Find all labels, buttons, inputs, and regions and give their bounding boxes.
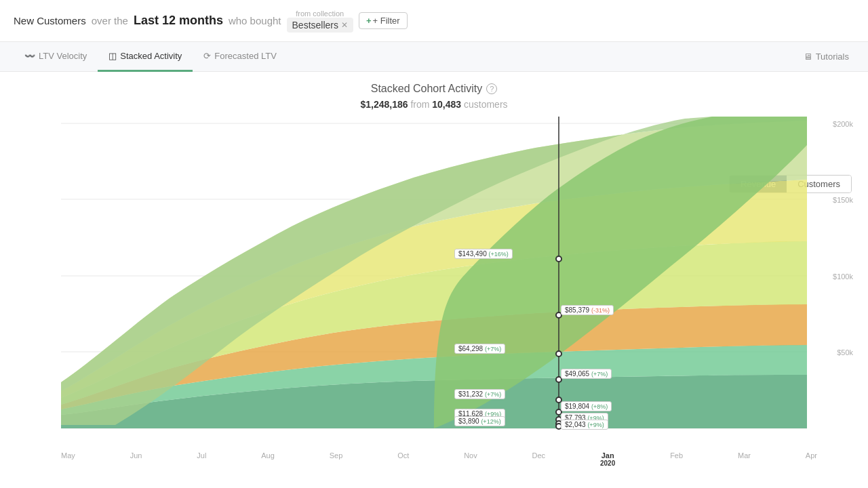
- y-label-100k: $100k: [833, 272, 853, 281]
- collection-chip[interactable]: Bestsellers ✕: [287, 18, 353, 33]
- chart-svg-wrapper: $143,490 (+16%) $85,379 (-31%) $64,298 (…: [61, 117, 814, 449]
- x-label-oct: Oct: [397, 451, 409, 467]
- stacked-activity-icon: ◫: [108, 51, 117, 61]
- tooltip-19804: $19,804 (+8%): [561, 401, 612, 411]
- chart-title: Stacked Cohort Activity: [371, 83, 483, 95]
- over-the-label: over the: [92, 15, 128, 26]
- collection-value: Bestsellers: [292, 20, 338, 30]
- x-sub-year: 2020: [600, 460, 615, 467]
- tab-ltv-velocity-label: LTV Velocity: [39, 51, 87, 61]
- collection-wrapper: from collection Bestsellers ✕: [287, 9, 353, 33]
- x-label-nov: Nov: [464, 451, 477, 467]
- x-label-apr: Apr: [806, 451, 817, 467]
- x-label-jul: Jul: [197, 451, 206, 467]
- x-label-feb: Feb: [670, 451, 683, 467]
- header-bar: New Customers over the Last 12 months wh…: [0, 0, 868, 42]
- chart-svg: [61, 117, 807, 449]
- tooltip-31232: $31,232 (+7%): [454, 389, 505, 399]
- x-label-aug: Aug: [261, 451, 275, 467]
- filter-label: + Filter: [373, 16, 400, 26]
- x-axis: May Jun Jul Aug Sep Oct Nov Dec Jan2020 …: [27, 449, 854, 467]
- tooltip-85379: $85,379 (-31%): [561, 305, 614, 315]
- x-label-mar: Mar: [738, 451, 751, 467]
- chart-area: Stacked Cohort Activity ? $1,248,186 fro…: [0, 72, 868, 467]
- tooltip-49065: $49,065 (+7%): [561, 369, 612, 379]
- y-label-50k: $50k: [837, 348, 853, 357]
- tooltip-3890: $3,890 (+12%): [454, 416, 505, 426]
- remove-collection-icon[interactable]: ✕: [341, 20, 348, 30]
- from-label: from: [410, 99, 432, 110]
- tab-bar: 〰️ LTV Velocity ◫ Stacked Activity ⟳ For…: [0, 42, 868, 72]
- filter-plus-icon: +: [366, 16, 372, 26]
- tab-stacked-activity[interactable]: ◫ Stacked Activity: [98, 42, 193, 72]
- tooltip-64298: $64,298 (+7%): [454, 344, 505, 354]
- customers-label: customers: [464, 99, 508, 110]
- chart-title-row: Stacked Cohort Activity ?: [14, 83, 854, 95]
- info-icon[interactable]: ?: [486, 83, 497, 94]
- svg-point-8: [556, 351, 561, 357]
- x-label-jan: Jan2020: [600, 451, 615, 467]
- y-label-150k: $150k: [833, 196, 853, 204]
- x-label-jun: Jun: [130, 451, 142, 467]
- who-bought-label: who bought: [229, 15, 281, 26]
- forecasted-ltv-icon: ⟳: [203, 51, 211, 61]
- new-customers-label: New Customers: [14, 15, 86, 26]
- tutorials-button[interactable]: 🖥 Tutorials: [798, 49, 854, 64]
- x-label-sep: Sep: [330, 451, 343, 467]
- x-label-dec: Dec: [532, 451, 546, 467]
- tooltip-2043: $2,043 (+9%): [561, 420, 608, 430]
- x-label-may: May: [61, 451, 75, 467]
- collection-label: from collection: [296, 9, 344, 18]
- tab-forecasted-ltv-label: Forecasted LTV: [214, 51, 277, 61]
- tutorials-icon: 🖥: [804, 52, 812, 62]
- svg-point-6: [556, 256, 561, 262]
- tab-stacked-activity-label: Stacked Activity: [120, 51, 182, 61]
- chart-subtitle: $1,248,186 from 10,483 customers: [14, 99, 854, 110]
- total-amount: $1,248,186: [360, 99, 408, 110]
- customer-count: 10,483: [432, 99, 461, 110]
- tutorials-label: Tutorials: [816, 52, 849, 62]
- tab-forecasted-ltv[interactable]: ⟳ Forecasted LTV: [193, 42, 288, 72]
- tab-ltv-velocity[interactable]: 〰️ LTV Velocity: [14, 42, 98, 72]
- filter-button[interactable]: ++ Filter: [359, 12, 408, 29]
- tooltip-143490: $143,490 (+16%): [454, 249, 513, 259]
- y-label-200k: $200k: [833, 120, 853, 128]
- ltv-velocity-icon: 〰️: [24, 51, 35, 61]
- chart-container: $143,490 (+16%) $85,379 (-31%) $64,298 (…: [27, 117, 854, 467]
- period-label: Last 12 months: [134, 14, 223, 28]
